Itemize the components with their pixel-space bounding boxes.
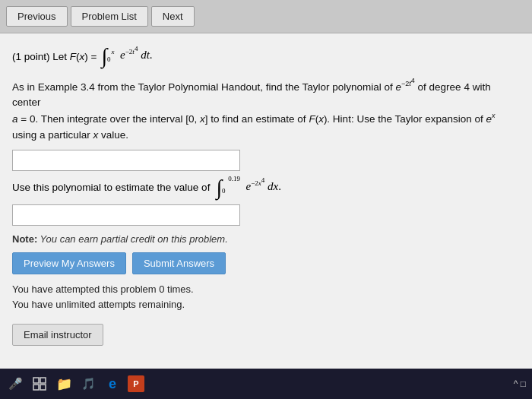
attempts-info: You have attempted this problem 0 times.… [12, 282, 520, 314]
task-view-icon[interactable] [30, 375, 49, 393]
attempts-line-1: You have attempted this problem 0 times. [12, 282, 520, 298]
content-area: (1 point) Let F(x) = ∫0x e−2t4 dt. As in… [0, 33, 532, 369]
svg-rect-1 [40, 378, 46, 383]
note-label: Note: [12, 233, 37, 245]
music-icon[interactable]: 🎵 [79, 375, 97, 393]
attempts-line-2: You have unlimited attempts remaining. [12, 297, 520, 313]
note-text: Note: You can earn partial credit on thi… [12, 233, 520, 245]
main-integral: ∫0x e−2t4 dt. [101, 44, 152, 68]
taskbar-left: 🎤 📁 🎵 e P [6, 375, 144, 393]
submit-answers-button[interactable]: Submit Answers [132, 252, 226, 274]
estimate-label: Use this polynomial to estimate the valu… [12, 182, 210, 193]
problem-points: (1 point) Let F(x) = [12, 51, 97, 62]
problem-list-button[interactable]: Problem List [71, 6, 148, 27]
taskbar: 🎤 📁 🎵 e P ^ □ [0, 369, 532, 399]
svg-rect-0 [33, 378, 39, 383]
svg-rect-2 [33, 385, 39, 390]
answer-input-2[interactable] [12, 204, 240, 226]
previous-button[interactable]: Previous [6, 6, 68, 27]
problem-description: As in Example 3.4 from the Taylor Polyno… [12, 76, 520, 144]
taskbar-right: ^ □ [514, 378, 526, 389]
edge-browser-icon[interactable]: e [103, 375, 122, 393]
file-explorer-icon[interactable]: 📁 [55, 375, 73, 393]
svg-rect-3 [40, 385, 46, 390]
action-buttons: Preview My Answers Submit Answers [12, 252, 520, 274]
navigation-bar: Previous Problem List Next [0, 0, 532, 33]
system-tray: ^ □ [514, 378, 526, 389]
estimate-integral: ∫0 0.19 e−2x4 dx. [216, 176, 281, 200]
email-instructor-button[interactable]: Email instructor [12, 324, 103, 346]
microphone-icon[interactable]: 🎤 [6, 375, 24, 393]
answer-input-1[interactable] [12, 150, 240, 171]
preview-answers-button[interactable]: Preview My Answers [12, 252, 126, 274]
integral-estimate-section: Use this polynomial to estimate the valu… [12, 176, 520, 200]
powerpoint-icon[interactable]: P [128, 375, 144, 392]
problem-header: (1 point) Let F(x) = ∫0x e−2t4 dt. [12, 44, 520, 68]
next-button[interactable]: Next [151, 6, 195, 27]
